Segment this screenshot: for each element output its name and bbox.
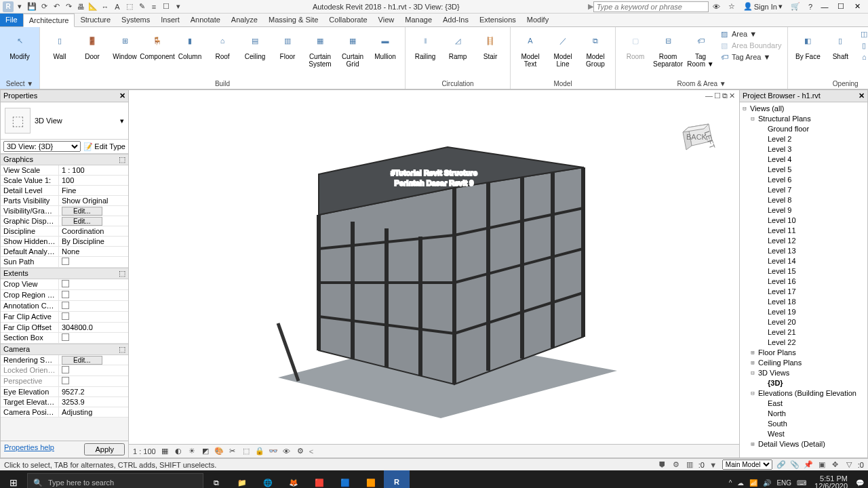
tree-level-item[interactable]: Level 4 <box>740 155 867 165</box>
switch-window-icon[interactable]: ▾ <box>172 1 184 12</box>
tree-ceiling-plans[interactable]: ⊞Ceiling Plans <box>740 358 867 368</box>
minimize-button[interactable]: — <box>816 3 833 11</box>
property-row[interactable]: Graphic Display...Edit... <box>1 216 128 226</box>
property-row[interactable]: Sun Path <box>1 257 128 268</box>
edit-button[interactable]: Edit... <box>62 207 102 216</box>
viewport[interactable]: — ☐ ⧉ ✕ BACKLEFT <box>129 89 739 458</box>
tab-architecture[interactable]: Architecture <box>23 14 75 27</box>
visual-style-icon[interactable]: ◐ <box>174 447 183 456</box>
tab-modify[interactable]: Modify <box>521 14 554 26</box>
tab-addins[interactable]: Add-Ins <box>437 14 474 26</box>
property-row[interactable]: Rendering Setti...Edit... <box>1 355 128 365</box>
property-row[interactable]: View Scale1 : 100 <box>1 165 128 176</box>
by-face-button[interactable]: ◧By Face <box>792 28 823 62</box>
help-icon[interactable]: ? <box>804 3 816 11</box>
tree-level-item[interactable]: Level 7 <box>740 185 867 195</box>
drag-icon[interactable]: ✥ <box>831 460 840 470</box>
checkbox[interactable] <box>62 302 69 309</box>
property-row[interactable]: Crop Region Vi... <box>1 290 128 301</box>
help-search-input[interactable] <box>593 1 709 12</box>
tree-level-item[interactable]: Level 2 <box>740 134 867 144</box>
tree-level-item[interactable]: Level 18 <box>740 297 867 307</box>
property-row[interactable]: Show Hidden Li...By Discipline <box>1 237 128 247</box>
tag-room-button[interactable]: 🏷Tag Room ▼ <box>685 28 716 69</box>
tag-area-button[interactable]: 🏷Tag Area ▼ <box>717 52 783 62</box>
select-face-icon[interactable]: ▣ <box>817 460 827 470</box>
section-icon[interactable]: ✎ <box>136 1 148 12</box>
type-dropdown-icon[interactable]: ▾ <box>120 117 124 125</box>
sign-in-button[interactable]: 👤Sign In▾ <box>739 2 787 11</box>
browser-close-icon[interactable]: ✕ <box>859 92 865 100</box>
tray-lang[interactable]: ENG <box>775 479 793 487</box>
tree-structural-plans[interactable]: ⊟Structural Plans <box>740 114 867 124</box>
task-view-icon[interactable]: ⧉ <box>203 470 229 488</box>
editable-only-icon[interactable]: ▥ <box>685 460 694 470</box>
project-tree[interactable]: ⊟Views (all)⊟Structural PlansGround floo… <box>740 102 867 458</box>
properties-help-link[interactable]: Properties help <box>4 443 54 455</box>
property-row[interactable]: Scale Value 1:100 <box>1 176 128 186</box>
open-icon[interactable]: ▾ <box>14 1 26 12</box>
tray-notifications-icon[interactable]: 💬 <box>854 479 865 487</box>
crop-icon[interactable]: ✂ <box>228 447 237 456</box>
tab-analyze[interactable]: Analyze <box>226 14 263 26</box>
print-icon[interactable]: 🖶 <box>75 1 87 12</box>
tree-3d-current[interactable]: {3D} <box>740 378 867 388</box>
room-button[interactable]: ▢Room <box>620 28 651 62</box>
property-row[interactable]: Parts VisibilityShow Original <box>1 196 128 206</box>
model-group-button[interactable]: ⧉Model Group <box>580 28 611 69</box>
tab-structure[interactable]: Structure <box>75 14 116 26</box>
component-button[interactable]: 🪑Component <box>142 28 173 62</box>
tree-level-item[interactable]: Level 14 <box>740 256 867 266</box>
close-inactive-icon[interactable]: ☐ <box>160 1 172 12</box>
window-button[interactable]: ⊞Window <box>109 28 140 62</box>
analytical-icon[interactable]: ⚙ <box>296 447 305 456</box>
tray-chevron-icon[interactable]: ^ <box>728 479 734 487</box>
tab-massing[interactable]: Massing & Site <box>263 14 323 26</box>
tab-collaborate[interactable]: Collaborate <box>323 14 372 26</box>
measure-icon[interactable]: 📐 <box>87 1 99 12</box>
tree-level-item[interactable]: Level 5 <box>740 165 867 175</box>
tree-level-item[interactable]: Level 11 <box>740 226 867 236</box>
tray-keyboard-icon[interactable]: ⌨ <box>795 479 808 487</box>
property-row[interactable]: Crop View <box>1 279 128 290</box>
area-button[interactable]: ▨Area ▼ <box>717 28 783 39</box>
curtain-grid-button[interactable]: ▦Curtain Grid <box>337 28 368 69</box>
tree-elev-item[interactable]: South <box>740 419 867 429</box>
vertical-opening-button[interactable]: ▯Vertical <box>857 40 868 51</box>
dormer-button[interactable]: ⌂Dormer <box>857 52 868 62</box>
checkbox[interactable] <box>62 258 69 265</box>
tree-level-item[interactable]: Level 9 <box>740 205 867 216</box>
tree-level-item[interactable]: Level 19 <box>740 307 867 317</box>
model-text-button[interactable]: AModel Text <box>515 28 546 69</box>
column-button[interactable]: ▮Column <box>174 28 205 62</box>
taskbar-clock[interactable]: 5:51 PM12/6/2020 <box>810 475 852 488</box>
tray-cloud-icon[interactable]: ☁ <box>736 479 745 487</box>
model-line-button[interactable]: ／Model Line <box>547 28 578 69</box>
group-extents[interactable]: Extents⬚ <box>1 268 128 279</box>
sun-path-icon[interactable]: ☀ <box>187 447 197 456</box>
tab-file[interactable]: File <box>0 14 23 26</box>
text-icon[interactable]: A <box>111 1 123 12</box>
wall-button[interactable]: ▯Wall <box>44 28 75 62</box>
edge-icon[interactable]: 🌐 <box>255 470 281 488</box>
property-row[interactable]: DisciplineCoordination <box>1 226 128 237</box>
redo-icon[interactable]: ↷ <box>62 1 75 12</box>
wall-opening-button[interactable]: ◫Wall <box>857 28 868 39</box>
property-row[interactable]: Default Analysi...None <box>1 247 128 257</box>
door-button[interactable]: 🚪Door <box>77 28 108 62</box>
tray-volume-icon[interactable]: 🔊 <box>762 479 772 487</box>
windows-search-input[interactable]: 🔍Type here to search <box>27 473 203 488</box>
room-area-group-label[interactable]: Room & Area ▼ <box>620 80 783 89</box>
stair-button[interactable]: 🪜Stair <box>475 28 506 62</box>
tree-level-item[interactable]: Ground floor <box>740 124 867 134</box>
property-row[interactable]: Section Box <box>1 333 128 344</box>
tree-elev-item[interactable]: West <box>740 429 867 439</box>
group-graphics[interactable]: Graphics⬚ <box>1 154 128 165</box>
type-selector[interactable]: ⬚ 3D View ▾ <box>1 102 128 140</box>
favorites-icon[interactable]: ☆ <box>724 2 739 11</box>
checkbox[interactable] <box>62 312 69 320</box>
edit-button[interactable]: Edit... <box>62 356 102 365</box>
tray-network-icon[interactable]: 📶 <box>748 479 759 487</box>
worksets-icon[interactable]: ⛊ <box>658 460 667 470</box>
detail-level-icon[interactable]: ▦ <box>160 447 170 456</box>
